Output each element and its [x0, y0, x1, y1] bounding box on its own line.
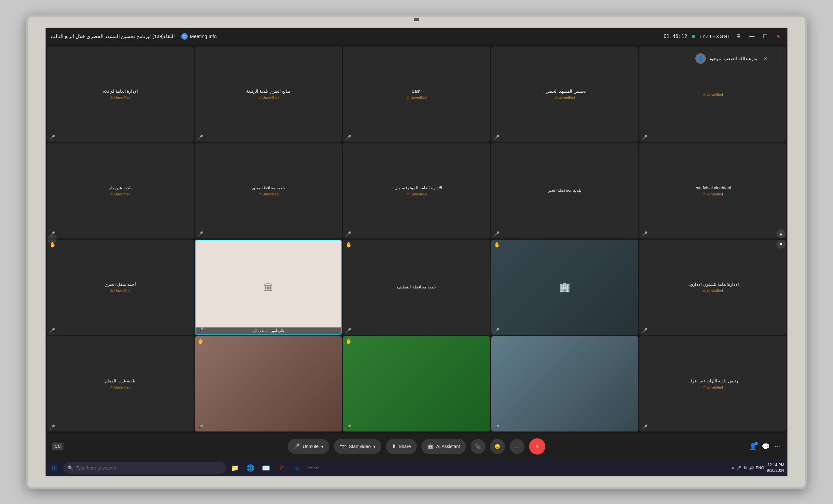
- mute-icon-p20: 🎤: [642, 424, 647, 430]
- participant-name-p11: أحمد منقل العنزي: [102, 282, 138, 287]
- taskbar-app-powerpoint[interactable]: P: [275, 462, 288, 474]
- monitor: اللقاء(139) لبرنامج تحسين المشهد الحضري …: [26, 15, 807, 489]
- tray-language: ENG: [756, 465, 764, 470]
- attachment-button[interactable]: 📎: [471, 439, 485, 454]
- main-area: 👤 بدرعبدالله الصعب: موجود ✕ ⋯ الإدارة ال…: [46, 45, 787, 433]
- tray-mic-icon[interactable]: 🎤: [736, 465, 741, 470]
- monitor-icon[interactable]: 🖥: [734, 33, 743, 40]
- participant-cell-p16: بلدية غرب الدمام ⚠ Unverified 🎤: [47, 336, 194, 431]
- more-options-icon[interactable]: ⋯: [775, 443, 781, 450]
- minimize-button[interactable]: —: [747, 33, 757, 40]
- taskbar-app-file-explorer[interactable]: 📁: [229, 462, 241, 474]
- start-video-button[interactable]: 📷 Start video ▾: [334, 439, 381, 454]
- participant-name-p7: بلدية محافظة بقيق: [250, 185, 287, 191]
- left-side-controls: ⋯: [48, 234, 56, 244]
- mute-icon-p14: 🎤: [494, 328, 499, 333]
- ai-assistant-button[interactable]: 🤖 AI Assistant: [421, 439, 466, 454]
- meeting-info-label: Meeting Info: [190, 33, 217, 39]
- participant-name-p16: بلدية غرب الدمام: [103, 378, 137, 384]
- share-label: Share: [399, 444, 411, 449]
- taskbar-app-browser1[interactable]: 🌐: [244, 462, 256, 474]
- toast-text: بدرعبدالله الصعب: موجود: [709, 56, 757, 61]
- participant-cell-p19: 🎤: [491, 336, 638, 431]
- more-button[interactable]: ...: [509, 439, 525, 454]
- participant-name-p8: الادارة العامة للموثوقية وال...: [389, 185, 444, 191]
- system-clock: 12:14 PM 9/10/2024: [767, 462, 784, 474]
- ctrl-right-section: 👤 💬 ⋯: [749, 443, 781, 450]
- participant-status-p4: ⚠ Unverified: [554, 95, 575, 100]
- meeting-title: اللقاء(139) لبرنامج تحسين المشهد الحضري …: [51, 33, 175, 39]
- windows-logo-icon: ⊞: [52, 464, 57, 472]
- participant-status-p20: ⚠ Unverified: [703, 385, 723, 389]
- taskbar: ⊞ 🔍 📁 🌐 ✉️ P e: [46, 459, 787, 476]
- tray-expand-icon[interactable]: ∧: [732, 465, 734, 470]
- raise-hand-p13: ✋: [346, 242, 352, 248]
- mute-icon-p11: 🎤: [49, 328, 55, 333]
- connection-indicator: [692, 35, 695, 38]
- taskbar-search-box[interactable]: 🔍: [63, 462, 226, 474]
- end-call-button[interactable]: ✕: [529, 438, 545, 455]
- participant-cell-p1: الإدارة العامة للإعلام ⚠ Unverified 🎤: [47, 47, 194, 142]
- tray-volume-icon[interactable]: 🔊: [749, 465, 754, 470]
- participant-cell-p2: صالح العنزي بلدية الرفيعة ⚠ Unverified 🎤: [195, 47, 342, 142]
- participant-status-p8: ⚠ Unverified: [406, 192, 427, 196]
- mute-icon-p15: 🎤: [642, 328, 647, 333]
- participant-status-p7: ⚠ Unverified: [258, 192, 279, 196]
- user-name-display: LYZTEXGNI: [699, 33, 729, 39]
- unmute-chevron: ▾: [321, 444, 324, 449]
- participant-status-p1: ⚠ Unverified: [110, 95, 130, 100]
- unmute-button[interactable]: 🎤 Unmute ▾: [288, 439, 329, 454]
- participant-cell-p14: ✋ 🏢 🎤: [491, 240, 638, 335]
- taskbar-app-email[interactable]: ✉️: [260, 462, 272, 474]
- participant-status-p10: ⚠ Unverified: [703, 192, 723, 196]
- participant-cell-p13: ✋ بلدية محافظة القطيف 🎤: [343, 240, 490, 335]
- taskbar-app-toolbar[interactable]: Toolbar: [307, 462, 319, 474]
- attachment-icon: 📎: [475, 444, 481, 449]
- maximize-button[interactable]: ☐: [761, 32, 769, 40]
- system-tray: ∧ 🎤 🖥 🔊 ENG 12:14 PM 9/10/2024: [732, 462, 784, 474]
- raise-hand-p14: ✋: [494, 242, 500, 248]
- mute-icon-p8: 🎤: [346, 231, 351, 236]
- meeting-info-button[interactable]: 🛡 Meeting Info: [178, 32, 220, 41]
- scroll-up-button[interactable]: ▲: [777, 229, 785, 238]
- participant-cell-p8: الادارة العامة للموثوقية وال... ⚠ Unveri…: [343, 143, 490, 238]
- participant-cell-p15: الادارةالعامة للشئون الاداري... ⚠ Unveri…: [639, 240, 786, 335]
- participant-cell-p7: بلدية محافظة بقيق ⚠ Unverified 🎤: [195, 143, 342, 238]
- toast-close-button[interactable]: ✕: [763, 56, 767, 62]
- start-video-label: Start video: [349, 444, 371, 449]
- emoji-button[interactable]: 😊: [490, 439, 505, 454]
- taskbar-search-input[interactable]: [76, 465, 221, 471]
- participant-status-p11: ⚠ Unverified: [110, 288, 130, 293]
- participant-name-p20: رئيس بلدية اللهابة / م . فوا...: [686, 378, 740, 384]
- share-icon: ⬆: [392, 443, 396, 449]
- chat-icon[interactable]: 💬: [762, 443, 770, 450]
- mute-icon-p9: 🎤: [494, 231, 499, 236]
- right-side-controls: ▲ ▼: [777, 229, 785, 249]
- share-button[interactable]: ⬆ Share: [386, 439, 416, 454]
- end-icon: ✕: [535, 444, 539, 449]
- left-grid-toggle[interactable]: ⋯: [48, 234, 56, 244]
- participants-icon[interactable]: 👤: [749, 443, 757, 450]
- search-icon: 🔍: [68, 465, 73, 471]
- shield-icon: 🛡: [181, 33, 188, 40]
- participant-name-p15: الادارةالعامة للشئون الاداري...: [684, 282, 741, 287]
- participant-cell-p4: تحسين المشهد الحضر... ⚠ Unverified 🎤: [491, 47, 638, 142]
- microphone-icon: 🎤: [293, 443, 300, 449]
- close-button[interactable]: ✕: [774, 32, 782, 40]
- screen: اللقاء(139) لبرنامج تحسين المشهد الحضري …: [46, 28, 787, 476]
- cc-button[interactable]: CC: [52, 443, 64, 450]
- title-bar: اللقاء(139) لبرنامج تحسين المشهد الحضري …: [46, 28, 787, 45]
- raise-hand-p18: ✋: [346, 338, 352, 344]
- mute-icon-p5: 🎤: [642, 135, 647, 140]
- webcam: [414, 18, 419, 21]
- scroll-down-button[interactable]: ▼: [777, 240, 785, 249]
- participant-cell-p18: ✋ 🎤: [343, 336, 490, 431]
- windows-start-button[interactable]: ⊞: [49, 462, 61, 474]
- tray-network-icon[interactable]: 🖥: [743, 465, 747, 470]
- participant-cell-p6: بلدية عين دار ⚠ Unverified 🎤: [47, 143, 194, 238]
- taskbar-app-edge[interactable]: e: [291, 462, 303, 474]
- participant-status-p5: ⚠ Unverified: [703, 93, 723, 97]
- participant-status-p16: ⚠ Unverified: [110, 385, 130, 389]
- sys-tray-icons: ∧ 🎤 🖥 🔊 ENG: [732, 465, 764, 470]
- mute-icon-p13: 🎤: [346, 328, 351, 333]
